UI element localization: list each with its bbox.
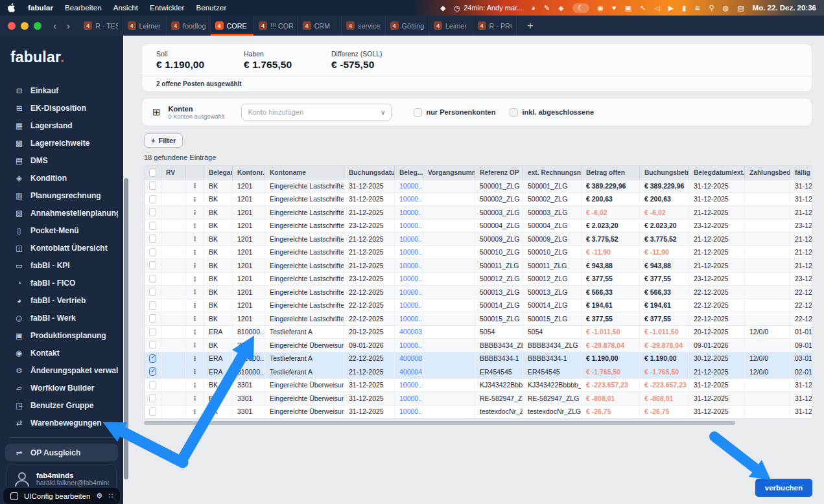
row-checkbox[interactable] bbox=[149, 407, 156, 416]
row-checkbox[interactable] bbox=[149, 261, 156, 269]
checkbox-inkl-abgeschlossene[interactable]: inkl. abgeschlossene bbox=[510, 108, 594, 117]
filter-button[interactable]: + Filter bbox=[144, 133, 183, 148]
kebab-menu-icon[interactable]: ⋮ bbox=[192, 395, 198, 402]
column-header-zahlungsbedingung[interactable]: Zahlungsbedin... bbox=[745, 166, 790, 179]
table-row[interactable]: ⋮BK1201Eingereichte Lastschriften21-12-2… bbox=[145, 259, 812, 273]
verbuchen-button[interactable]: verbuchen bbox=[755, 479, 812, 497]
table-row[interactable]: ⋮BK3301Eingereichte Überweisungen31-12-2… bbox=[145, 392, 812, 406]
forward-icon[interactable]: › bbox=[67, 20, 70, 31]
beleg-link[interactable]: 10000... bbox=[395, 406, 423, 419]
column-header-menu[interactable] bbox=[186, 166, 204, 179]
column-header-rv[interactable]: RV bbox=[161, 166, 186, 179]
beleg-link[interactable]: 10000... bbox=[395, 286, 423, 299]
play-icon[interactable]: ▶ bbox=[668, 5, 674, 12]
beleg-link[interactable]: 10000... bbox=[395, 233, 423, 246]
beleg-link[interactable]: 10000... bbox=[395, 273, 423, 286]
prism-icon[interactable]: ◈ bbox=[558, 5, 563, 12]
table-row[interactable]: ⋮ERA810000...Testlieferant A21-12-202540… bbox=[145, 365, 812, 379]
beleg-link[interactable]: 10000... bbox=[395, 220, 423, 233]
row-checkbox[interactable] bbox=[149, 381, 156, 389]
sidebar-item-planungsrechnung[interactable]: ▥Planungsrechnung bbox=[5, 187, 118, 204]
beleg-link[interactable]: 400008 bbox=[395, 352, 423, 366]
table-row[interactable]: ⋮BK1201Eingereichte Lastschriften22-12-2… bbox=[145, 286, 812, 299]
column-header-betrag_offen[interactable]: Betrag offen bbox=[582, 166, 640, 179]
kebab-menu-icon[interactable]: ⋮ bbox=[192, 328, 198, 336]
beleg-link[interactable]: 10000... bbox=[395, 379, 423, 393]
moon-icon[interactable]: ☾ bbox=[572, 3, 589, 13]
row-checkbox[interactable] bbox=[149, 288, 156, 296]
horizontal-scrollbar[interactable] bbox=[144, 421, 735, 425]
table-row[interactable]: ⋮BK1201Eingereichte Lastschriften23-12-2… bbox=[145, 273, 812, 286]
kebab-menu-icon[interactable]: ⋮ bbox=[192, 262, 198, 269]
sidebar-item-produktionsplanung[interactable]: ▣Produktionsplanung bbox=[5, 326, 118, 344]
close-window-button[interactable] bbox=[8, 22, 16, 30]
sidebar-item-kontakt[interactable]: ◉Kontakt bbox=[5, 344, 118, 361]
table-row[interactable]: ⋮BK1201Eingereichte Lastschriften31-12-2… bbox=[145, 193, 812, 207]
kebab-menu-icon[interactable]: ⋮ bbox=[192, 275, 198, 282]
row-checkbox[interactable] bbox=[149, 181, 156, 190]
kebab-menu-icon[interactable]: ⋮ bbox=[192, 302, 198, 309]
pencil-icon[interactable]: ✎ bbox=[544, 5, 550, 12]
row-checkbox[interactable] bbox=[149, 248, 156, 257]
beleg-link[interactable]: 400004 bbox=[395, 365, 423, 379]
search-icon[interactable]: ⚲ bbox=[709, 5, 714, 12]
menubar-clock[interactable]: Mo. 22. Dez. 20:36 bbox=[753, 4, 816, 12]
table-row[interactable]: ⋮BK1201Eingereichte Lastschriften22-12-2… bbox=[145, 299, 812, 313]
table-row[interactable]: ⋮BK1201Eingereichte Lastschriften21-12-2… bbox=[145, 246, 812, 260]
menubar-menu-bearbeiten[interactable]: Bearbeiten bbox=[65, 4, 102, 12]
kebab-menu-icon[interactable]: ⋮ bbox=[192, 382, 198, 389]
beleg-link[interactable]: 10000... bbox=[395, 259, 423, 273]
row-checkbox[interactable] bbox=[149, 208, 156, 216]
kebab-menu-icon[interactable]: ⋮ bbox=[192, 368, 198, 375]
menubar-menu-ansicht[interactable]: Ansicht bbox=[113, 4, 138, 12]
kebab-menu-icon[interactable]: ⋮ bbox=[192, 355, 198, 362]
user-switch-icon[interactable]: ▤ bbox=[737, 5, 744, 12]
uiconfig-drag-handle-icon[interactable]: ∷ bbox=[108, 492, 113, 500]
kebab-menu-icon[interactable]: ⋮ bbox=[192, 249, 198, 256]
sidebar-item-lagerstand[interactable]: ▦Lagerstand bbox=[5, 117, 118, 134]
screen-record-icon[interactable]: ◕ bbox=[531, 5, 536, 12]
box-icon[interactable]: ▣ bbox=[625, 5, 631, 12]
select-all-checkbox[interactable] bbox=[149, 168, 156, 177]
checkbox-nur-personenkonten[interactable]: nur Personenkonten bbox=[414, 108, 495, 117]
column-header-vorgangsnummer[interactable]: Vorgangsnummer bbox=[423, 166, 475, 179]
table-row[interactable]: ⋮BK1201Eingereichte Lastschriften21-12-2… bbox=[145, 233, 812, 246]
sidebar-item-einkauf[interactable]: ⊟Einkauf bbox=[5, 82, 118, 99]
checkbox-icon[interactable] bbox=[510, 108, 518, 117]
sidebar-item-warenbewegungen[interactable]: ⇄Warenbewegungen bbox=[5, 414, 118, 431]
sidebar-item--nderungspaket-verwalten[interactable]: ⚙Änderungspaket verwalten bbox=[5, 361, 118, 379]
beleg-link[interactable]: 400003 bbox=[395, 326, 423, 339]
table-row[interactable]: ⋮BK3301Eingereichte Überweisungen09-01-2… bbox=[145, 339, 812, 352]
sidebar-item-op-ausgleich[interactable]: ⇌OP Ausgleich bbox=[5, 444, 118, 461]
column-header-kontonr[interactable]: Kontonr. bbox=[233, 166, 265, 179]
beleg-link[interactable]: 10000... bbox=[395, 246, 423, 260]
battery-icon[interactable]: ▮ bbox=[682, 5, 686, 12]
sidebar-item-ek-disposition[interactable]: ⊞EK-Disposition bbox=[5, 99, 118, 117]
beleg-link[interactable]: 10000... bbox=[395, 193, 423, 207]
row-checkbox[interactable] bbox=[149, 328, 156, 336]
shortcuts-icon[interactable]: ◆ bbox=[440, 5, 445, 12]
row-checkbox[interactable] bbox=[149, 394, 156, 402]
sidebar-item-fabbi-kpi[interactable]: ▭fabBI - KPI bbox=[5, 257, 118, 274]
timer-icon[interactable]: ◷24min: Andy mar... bbox=[454, 4, 523, 12]
kebab-menu-icon[interactable]: ⋮ bbox=[192, 209, 198, 216]
browser-tab-g-ttinger[interactable]: 4Göttinger bbox=[386, 16, 430, 36]
audio-wave-icon[interactable]: ◉ bbox=[598, 5, 604, 12]
volume-icon[interactable]: ◁ bbox=[654, 5, 659, 12]
browser-tab-core[interactable]: 4CORE bbox=[211, 16, 255, 36]
beleg-link[interactable]: 10000... bbox=[395, 339, 423, 352]
row-checkbox[interactable] bbox=[149, 354, 156, 363]
browser-tab-leimer-test[interactable]: 4Leimer Test bbox=[429, 16, 473, 36]
menubar-menu-benutzer[interactable]: Benutzer bbox=[196, 4, 227, 12]
row-checkbox[interactable] bbox=[149, 301, 156, 310]
beleg-link[interactable]: 10000... bbox=[395, 312, 423, 326]
vertical-scrollbar[interactable] bbox=[124, 178, 128, 479]
konto-select[interactable]: Konto hinzufügen ∨ bbox=[241, 104, 392, 120]
browser-tab-foodlogic[interactable]: 4foodlogic bbox=[167, 16, 211, 36]
sidebar-item-worfklow-builder[interactable]: ▱Worfklow Builder bbox=[5, 379, 118, 396]
table-row[interactable]: ⋮BK3301Eingereichte Überweisungen31-12-2… bbox=[145, 406, 812, 419]
browser-tab--core[interactable]: 4!!! CORE bbox=[254, 16, 298, 36]
column-header-sel[interactable] bbox=[145, 166, 161, 179]
sidebar-item-kontoblatt-bersicht[interactable]: ◫Kontoblatt Übersicht bbox=[5, 239, 118, 257]
sidebar-item-lagerreichweite[interactable]: ▩Lagerreichweite bbox=[5, 134, 118, 152]
